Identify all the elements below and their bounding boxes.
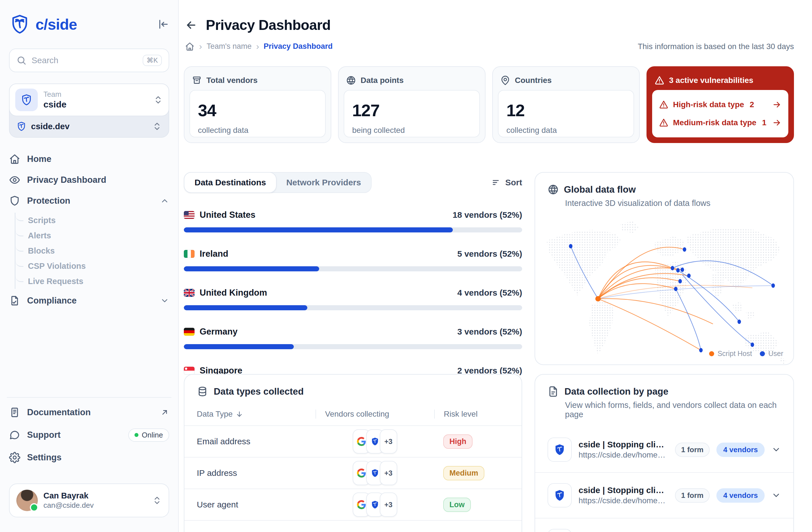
vulnerability-count: 1 [762,118,767,127]
sidebar-item-home[interactable]: Home [9,150,169,168]
page-url: https://cside.dev/homepage [579,496,668,505]
stat-body: 127 being collected [344,90,480,138]
protection-subtree: Scripts Alerts Blocks CSP Violations Liv… [15,213,169,289]
more-vendors-pill[interactable]: +3 [380,461,397,485]
column-data-type[interactable]: Data Type [197,409,316,419]
book-icon [9,407,20,418]
progress-track [184,305,522,310]
more-vendors-pill[interactable]: +3 [380,492,397,517]
user-legend-dot [760,351,765,356]
chevron-down-icon[interactable] [771,445,781,455]
map-subtitle: Interactive 3D visualization of data flo… [535,195,793,208]
destination-country: United States [200,210,447,220]
stat-header: Countries [498,72,634,90]
vulnerabilities-title: 3 active vulnerabilities [669,76,753,85]
sidebar-item-label: Privacy Dashboard [27,175,169,185]
map-column: Global data flow Interactive 3D visualiz… [535,172,794,404]
table-row-ip-address[interactable]: IP address +3 [184,458,522,489]
tab-data-destinations[interactable]: Data Destinations [184,172,277,193]
sidebar-item-csp-violations[interactable]: CSP Violations [15,258,169,274]
progress-track [184,227,522,232]
home-icon[interactable] [185,42,194,51]
more-vendors-count: +3 [384,469,392,477]
search-input[interactable]: Search ⌘K [9,48,169,72]
search-icon [16,55,27,66]
destination-stat: 4 vendors (52%) [457,288,522,298]
stat-value: 34 [198,101,317,120]
more-vendors-pill[interactable]: +3 [380,429,397,454]
site-selector[interactable]: cside.dev [10,116,169,137]
vendors-count-badge[interactable]: 4 vendors [716,443,765,457]
page-title-text: cside | Stopping client-sid… [579,486,668,495]
sidebar-item-label: Support [27,430,121,440]
destinations-toolbar: Data Destinations Network Providers Sort [184,172,522,193]
sidebar-item-privacy-dashboard[interactable]: Privacy Dashboard [9,171,169,189]
page-favicon-shield-icon [548,437,572,462]
home-icon [9,154,20,165]
vulnerability-row-high-risk[interactable]: High-risk data type 2 [659,96,782,114]
page-row[interactable]: cside | Stopping client-sid… https://csi… [535,473,793,518]
brand-logo[interactable]: c/side [9,14,77,35]
warning-triangle-icon [659,118,668,128]
document-icon [548,386,559,397]
breadcrumb: › Team's name › Privacy Dashboard [185,41,638,52]
user-email: can@cside.dev [43,501,147,510]
vulnerability-row-medium-risk[interactable]: Medium-risk data type 1 [659,114,782,132]
destination-row-ireland[interactable]: Ireland 5 vendors (52%) [184,249,522,271]
sidebar-item-label: Compliance [27,296,154,306]
chevrons-up-down-icon [152,121,162,131]
page-favicon-shield-icon [548,529,572,532]
sidebar-item-alerts[interactable]: Alerts [15,228,169,243]
risk-badge-high: High [443,434,473,449]
table-row-user-agent[interactable]: User agent +3 [184,489,522,521]
user-menu[interactable]: Can Bayrak can@cside.dev [9,484,169,517]
world-map-visualization[interactable] [535,217,793,364]
breadcrumb-team[interactable]: Team's name [207,42,252,51]
sidebar-item-blocks[interactable]: Blocks [15,243,169,258]
progress-fill [184,344,294,349]
destination-row-united-kingdom[interactable]: United Kingdom 4 vendors (52%) [184,288,522,310]
more-vendors-count: +3 [384,501,392,509]
tab-network-providers[interactable]: Network Providers [276,173,371,192]
sidebar-item-label: Blocks [28,246,55,256]
sidebar-item-live-requests[interactable]: Live Requests [15,274,169,289]
vulnerabilities-card: 3 active vulnerabilities High-risk data … [647,66,794,143]
avatar [16,490,38,511]
sidebar-item-settings[interactable]: Settings [9,448,169,466]
page-texts: cside | Stopping client-sid… https://csi… [579,486,668,505]
breadcrumb-current[interactable]: Privacy Dashboard [264,42,333,51]
global-data-flow-card: Global data flow Interactive 3D visualiz… [535,172,794,365]
chevron-down-icon[interactable] [771,490,781,500]
stat-card-countries: Countries 12 collecting data [492,66,640,143]
team-selector[interactable]: Team cside [9,84,169,116]
back-arrow-icon[interactable] [185,19,197,31]
page-title: Privacy Dashboard [206,17,331,33]
sidebar-item-documentation[interactable]: Documentation [9,403,169,421]
sidebar-item-compliance[interactable]: Compliance [9,292,169,310]
destination-row-united-states[interactable]: United States 18 vendors (52%) [184,210,522,232]
column-vendors-collecting[interactable]: Vendors collecting [316,409,434,419]
timeframe-note: This information is based on the last 30… [638,42,794,51]
page-row[interactable]: cside | Stopping client-sid… https://csi… [535,518,793,532]
filter-lines-icon [491,178,501,187]
sidebar-item-label: Protection [27,196,154,206]
sidebar-collapse-icon[interactable] [157,18,169,30]
table-row-email-address[interactable]: Email address +3 [184,426,522,458]
file-check-icon [9,295,20,306]
boxes-icon [192,75,202,85]
column-risk-level[interactable]: Risk level [434,409,509,419]
chevron-up-icon [160,196,169,205]
page-row[interactable]: cside | Stopping client-sid… https://csi… [535,427,793,473]
team-label: Team [43,90,148,99]
vendors-count-badge[interactable]: 4 vendors [716,488,765,503]
script-host-dot [595,296,600,301]
sidebar-item-scripts[interactable]: Scripts [15,213,169,228]
sidebar-item-protection[interactable]: Protection [9,192,169,210]
sidebar-item-support[interactable]: Support Online [9,426,169,444]
progress-fill [184,266,319,271]
destination-row-germany[interactable]: Germany 3 vendors (52%) [184,327,522,349]
arrow-right-icon[interactable] [772,100,782,110]
sort-button[interactable]: Sort [491,178,522,187]
progress-track [184,266,522,271]
arrow-right-icon[interactable] [772,118,782,128]
